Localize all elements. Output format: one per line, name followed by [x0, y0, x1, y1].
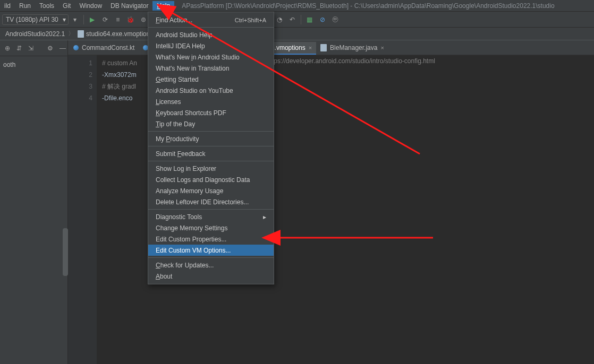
- run-icon[interactable]: ▶: [88, 15, 97, 24]
- menu-item-label: Delete Leftover IDE Directories...: [156, 198, 249, 206]
- menu-item-label: Android Studio Help: [156, 31, 213, 39]
- stop-icon[interactable]: ⊘: [318, 15, 327, 24]
- help-dropdown: Find Action...Ctrl+Shift+AAndroid Studio…: [148, 12, 274, 284]
- menu-db-navigator[interactable]: DB Navigator: [106, 1, 152, 11]
- line-gutter: 1234: [68, 55, 97, 364]
- menu-item-label: Keyboard Shortcuts PDF: [156, 109, 226, 117]
- gradle-icon[interactable]: ▦: [305, 15, 315, 24]
- menu-item-label: Find Action...: [156, 16, 192, 24]
- menu-item[interactable]: Android Studio Help: [148, 29, 274, 40]
- undo-icon[interactable]: ↶: [287, 15, 297, 24]
- menu-item[interactable]: Edit Custom VM Options...: [148, 245, 274, 256]
- target-icon[interactable]: ⊕: [5, 44, 10, 53]
- menu-item[interactable]: Change Memory Settings: [148, 222, 274, 233]
- menu-tools[interactable]: Tools: [35, 1, 58, 11]
- menu-separator: [148, 257, 274, 258]
- menu-item[interactable]: Find Action...Ctrl+Shift+A: [148, 14, 274, 25]
- menu-item[interactable]: Diagnostic Tools▸: [148, 211, 274, 222]
- debug-step-icon[interactable]: ≡: [113, 15, 123, 24]
- breadcrumb-item[interactable]: studio64.exe.vmoptions: [75, 30, 155, 38]
- menu-window[interactable]: Window: [75, 1, 106, 11]
- tab-label: BleManager.java: [330, 44, 377, 51]
- dropdown-arrow-icon[interactable]: ▾: [70, 15, 80, 24]
- editor-body: 1234 https://developer.android.com/studi…: [68, 55, 594, 364]
- menu-item-label: Collect Logs and Diagnostic Data: [156, 176, 250, 184]
- menu-item[interactable]: Show Log in Explorer: [148, 163, 274, 174]
- close-icon[interactable]: ×: [309, 45, 312, 51]
- menu-item-label: Android Studio on YouTube: [156, 87, 233, 94]
- collapse-icon[interactable]: ⇵: [16, 44, 22, 53]
- menu-item-label: Submit Feedback: [156, 150, 205, 158]
- breadcrumb-item[interactable]: AndroidStudio2022.1: [3, 30, 67, 38]
- menu-item-label: Tip of the Day: [156, 120, 195, 128]
- menu-item[interactable]: Collect Logs and Diagnostic Data: [148, 174, 274, 185]
- line-number: 1: [68, 57, 92, 69]
- menu-item[interactable]: Getting Started: [148, 74, 274, 85]
- menu-ild[interactable]: ild: [0, 1, 15, 11]
- scrollbar-thumb[interactable]: [63, 228, 68, 276]
- submenu-arrow-icon: ▸: [263, 213, 266, 221]
- apply-changes-icon[interactable]: ⟳: [100, 15, 110, 24]
- editor-tab[interactable]: CommandConst.kt: [69, 42, 139, 55]
- kotlin-icon: [73, 45, 79, 50]
- menu-bar-items: ildRunToolsGitWindowDB NavigatorHelp: [0, 1, 174, 11]
- menu-item[interactable]: Android Studio on YouTube: [148, 85, 274, 96]
- gear-icon[interactable]: ⚙: [47, 44, 53, 53]
- menu-item-label: Licenses: [156, 98, 181, 106]
- project-sidebar: ⊕ ⇵ ⇲ ⚙ — ooth: [0, 40, 68, 364]
- main-toolbar: TV (1080p) API 30 ▾ ▶ ⟳ ≡ 🐞 ⊚ ⛉ ↗ ▭ ◔ ↶ …: [0, 12, 594, 28]
- menu-help[interactable]: Help: [152, 1, 174, 11]
- menu-item-label: What's New in Translation: [156, 65, 229, 72]
- device-selector[interactable]: TV (1080p) API 30: [2, 14, 69, 25]
- menu-separator: [148, 131, 274, 132]
- menu-item[interactable]: My Productivity: [148, 133, 274, 144]
- menu-item-label: Edit Custom VM Options...: [156, 247, 231, 254]
- menu-separator: [148, 209, 274, 210]
- editor-tab[interactable]: BleManager.java×: [316, 42, 388, 55]
- menu-item[interactable]: Edit Custom Properties...: [148, 233, 274, 245]
- sidebar-toolbar: ⊕ ⇵ ⇲ ⚙ —: [0, 40, 67, 56]
- menu-item[interactable]: About: [148, 271, 274, 282]
- menu-bar: ildRunToolsGitWindowDB NavigatorHelp APa…: [0, 0, 594, 12]
- hide-icon[interactable]: —: [60, 44, 66, 53]
- menu-separator: [148, 27, 274, 28]
- toolbar-separator: [83, 15, 84, 24]
- menu-item-label: Edit Custom Properties...: [156, 236, 226, 243]
- clock-icon[interactable]: ◔: [275, 15, 284, 24]
- main-area: ⊕ ⇵ ⇲ ⚙ — ooth CommandConst.ktpBluetooth…: [0, 40, 594, 364]
- shortcut-label: Ctrl+Shift+A: [235, 17, 266, 23]
- menu-item[interactable]: Submit Feedback: [148, 148, 274, 159]
- menu-item[interactable]: Check for Updates...: [148, 259, 274, 271]
- menu-item[interactable]: What's New in Android Studio: [148, 51, 274, 63]
- expand-icon[interactable]: ⇲: [28, 44, 33, 53]
- menu-item-label: My Productivity: [156, 135, 199, 143]
- menu-item-label: About: [156, 273, 172, 280]
- menu-item[interactable]: IntelliJ IDEA Help: [148, 40, 274, 51]
- debug-bug-icon[interactable]: 🐞: [126, 15, 135, 24]
- line-number: 3: [68, 81, 92, 92]
- line-number: 2: [68, 69, 92, 81]
- menu-item[interactable]: Keyboard Shortcuts PDF: [148, 107, 274, 118]
- file-icon: [78, 30, 84, 38]
- toolbar-separator: [301, 15, 301, 24]
- menu-item-label: IntelliJ IDEA Help: [156, 42, 205, 50]
- editor-area: CommandConst.ktpBluetoothManager.kt×stud…: [68, 40, 594, 364]
- menu-item[interactable]: What's New in Translation: [148, 63, 274, 74]
- code-url-comment: https://developer.android.com/studio/int…: [267, 55, 435, 67]
- editor-tab-bar: CommandConst.ktpBluetoothManager.kt×stud…: [68, 40, 594, 55]
- tab-label: CommandConst.kt: [82, 44, 134, 51]
- menu-item[interactable]: Delete Leftover IDE Directories...: [148, 196, 274, 207]
- menu-run[interactable]: Run: [15, 1, 35, 11]
- tree-item[interactable]: ooth: [2, 59, 65, 70]
- profiler-icon[interactable]: ⊚: [139, 15, 148, 24]
- menu-item[interactable]: Tip of the Day: [148, 118, 274, 129]
- menu-item[interactable]: Analyze Memory Usage: [148, 185, 274, 196]
- breadcrumb-separator: 〉: [68, 29, 74, 38]
- menu-item[interactable]: Licenses: [148, 96, 274, 107]
- device-selector-label: TV (1080p) API 30: [6, 16, 58, 23]
- file-icon: [320, 44, 327, 51]
- translate-icon[interactable]: ㊥: [330, 15, 340, 24]
- menu-git[interactable]: Git: [58, 1, 75, 11]
- menu-item-label: Show Log in Explorer: [156, 165, 216, 172]
- close-icon[interactable]: ×: [380, 45, 384, 51]
